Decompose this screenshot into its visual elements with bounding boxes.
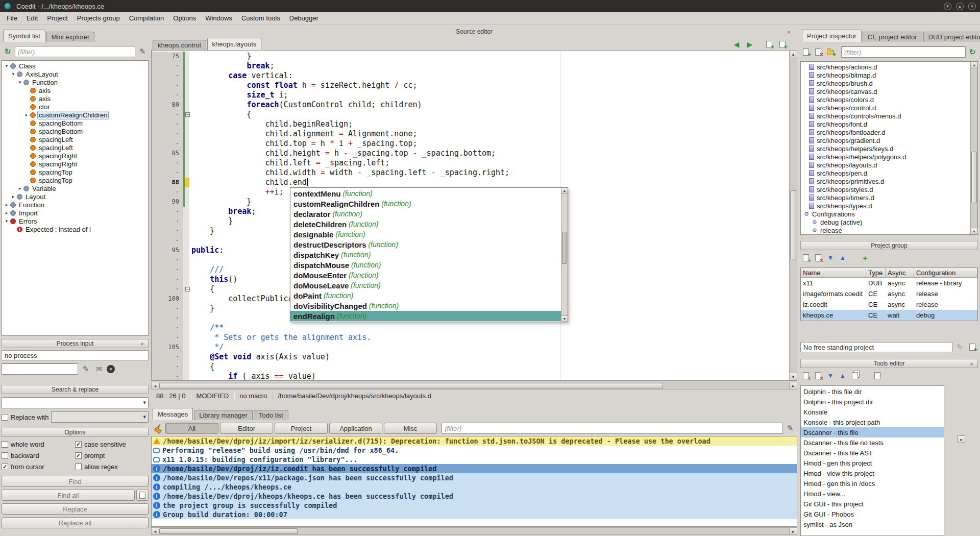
code-line[interactable]: · child.alignment = Alignment.none; [152,129,789,139]
symbol-tree-item[interactable]: ▸customRealignChildren [2,111,148,119]
code-line[interactable]: · child.top = h * i + _spacing.top; [152,139,789,149]
export-matches-button[interactable] [136,490,149,501]
close-icon[interactable] [139,340,145,347]
project-file-item[interactable]: src/kheops/fontloader.d [801,128,970,136]
add-project-icon[interactable] [800,252,812,263]
completion-item[interactable]: dispatchMouse (function) [290,260,561,270]
option-whole-word[interactable]: whole word [2,440,75,448]
project-file-item[interactable]: src/kheops/canvas.d [801,87,970,95]
clear-messages-icon[interactable] [153,423,164,434]
input-options-icon[interactable] [93,363,105,375]
code-text[interactable]: } [189,216,233,226]
code-text[interactable]: * Sets or gets the alignment axis. [189,333,371,343]
code-line[interactable]: · if (_axis == value) [152,372,789,381]
code-text[interactable]: break; [189,61,275,71]
project-file-item[interactable]: src/kheops/primitives.d [801,177,970,185]
tool-options-icon[interactable] [872,370,883,381]
column-header-type[interactable]: Type [866,268,886,277]
process-input-field[interactable] [2,363,78,375]
move-up-icon[interactable] [837,252,848,263]
expander-icon[interactable]: ▸ [17,186,23,191]
scroll-track[interactable] [159,382,789,389]
code-line[interactable]: · /** [152,323,789,333]
tool-item[interactable]: Hmod - gen this project [801,458,944,468]
code-line[interactable]: · size_t i; [152,90,789,100]
tool-item[interactable]: Git GUI - Phobos [801,509,944,519]
expander-icon[interactable]: ▾ [10,71,16,77]
symbol-tree-item[interactable]: spacingRight [2,152,148,160]
messages-filter-application[interactable]: Application [329,423,382,434]
completion-item[interactable]: destructDescriptors (function) [290,239,561,250]
code-text[interactable]: public: [189,246,224,255]
code-line[interactable]: ·− { [152,110,789,119]
project-file-item[interactable]: src/kheops/types.d [801,202,970,210]
menu-debugger[interactable]: Debugger [285,13,323,24]
replace-all-button[interactable]: Replace all [2,517,149,528]
line-number[interactable]: · [152,207,183,216]
checkbox-whole-word[interactable] [2,441,8,448]
code-text[interactable]: { [189,362,214,372]
line-number[interactable]: · [152,119,183,129]
code-line[interactable]: · child.left = _spacing.left; [152,158,789,168]
remove-file-icon[interactable] [813,46,824,58]
tool-item[interactable]: Konsole - this project path [801,417,944,427]
line-number[interactable]: · [152,313,183,323]
project-file-item[interactable]: src/kheops/font.d [801,120,970,128]
scroll-right-icon[interactable] [789,382,797,389]
line-number[interactable]: · [152,304,183,313]
tool-item[interactable]: Git GUI - this project [801,499,944,509]
remove-tool-icon[interactable] [813,370,824,381]
messages-filter-input[interactable] [442,423,783,434]
symbol-filter-input[interactable] [15,46,135,57]
symbol-tree-item[interactable]: spacingBottom [2,127,148,135]
close-button[interactable] [968,3,976,10]
inspector-filter-input[interactable] [841,46,966,58]
symbol-refresh-icon[interactable] [2,46,13,57]
go-back-icon[interactable] [731,39,742,50]
tool-item[interactable]: Dscanner - this file AST [801,448,944,458]
symbol-tree-item[interactable]: spacingTop [2,168,148,176]
menu-options[interactable]: Options [168,13,201,24]
code-text[interactable]: } [189,197,251,207]
line-number[interactable]: · [152,284,183,294]
tab-kheops-layouts[interactable]: kheops.layouts [207,38,262,50]
line-number[interactable]: · [152,323,183,333]
code-line[interactable]: · @Set void axis(Axis value) [152,352,789,362]
add-tool-icon[interactable] [800,370,812,381]
remove-project-icon[interactable] [813,252,824,263]
code-text[interactable]: const float h = sizeRect.height / cc; [189,81,418,90]
code-editor[interactable]: 75 }· break;· case vertical:· const floa… [151,50,797,381]
edit-free-project-icon[interactable] [954,342,965,353]
filter-menu-icon[interactable] [785,423,796,434]
completion-item[interactable]: declarator (function) [290,209,561,219]
scroll-up-icon[interactable] [790,51,797,58]
line-number[interactable]: · [152,255,183,265]
code-line[interactable]: · child.beginRealign; [152,119,789,129]
tool-item[interactable]: Hmod - view this project [801,468,944,478]
code-text[interactable] [189,255,191,265]
checkbox-backward[interactable] [2,452,8,459]
line-number[interactable]: 80 [152,100,183,110]
scroll-down-icon[interactable]: ▾ [561,315,568,322]
code-line[interactable]: · const float h = sizeRect.height / cc; [152,81,789,90]
line-number[interactable]: · [152,129,183,139]
symbol-tree-item[interactable]: ▸Variable [2,184,148,192]
code-text[interactable]: child.top = h * i + _spacing.top; [189,139,418,149]
scroll-left-icon[interactable] [152,382,159,389]
code-line[interactable]: · break; [152,61,789,71]
tool-item[interactable]: Dscanner - this file no tests [801,437,944,448]
option-backward[interactable]: backward [2,451,75,459]
line-number[interactable]: 100 [152,294,183,304]
line-number[interactable]: · [152,236,183,246]
expander-icon[interactable]: ▸ [23,112,30,117]
menu-projects-group[interactable]: Projects group [72,13,125,24]
code-text[interactable]: foreach(CustomControl child; children) [189,100,422,110]
add-file-icon[interactable] [800,46,812,58]
close-icon[interactable] [968,360,975,367]
symbol-tree-item[interactable]: spacingBottom [2,119,148,127]
code-text[interactable]: /// [189,265,224,275]
code-text[interactable]: @Set void axis(Axis value) [189,352,330,362]
add-to-group-icon[interactable]: + [860,252,871,263]
line-number[interactable]: · [152,275,183,284]
tool-item[interactable]: Hmod - view... [801,489,944,499]
